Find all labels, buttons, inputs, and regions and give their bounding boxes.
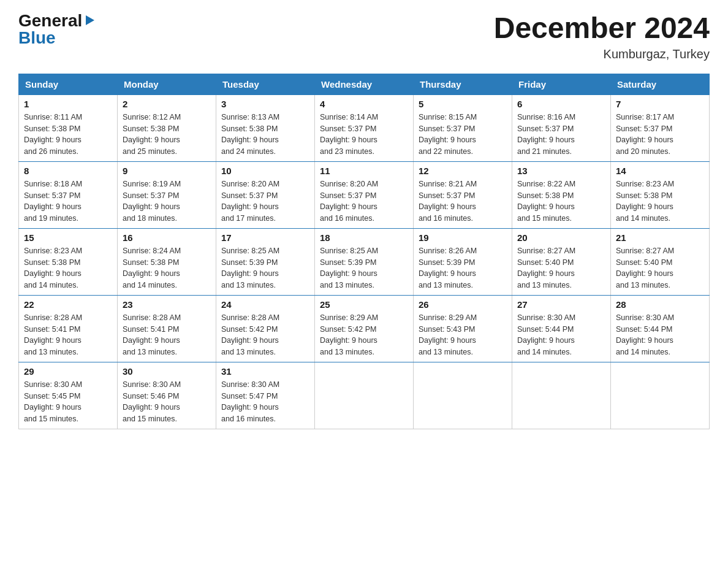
day-number: 2 <box>123 99 211 109</box>
calendar-week-row: 15 Sunrise: 8:23 AM Sunset: 5:38 PM Dayl… <box>19 228 710 295</box>
day-info: Sunrise: 8:21 AM Sunset: 5:37 PM Dayligh… <box>419 178 507 224</box>
col-monday: Monday <box>118 74 216 94</box>
table-row: 10 Sunrise: 8:20 AM Sunset: 5:37 PM Dayl… <box>216 161 315 228</box>
day-number: 9 <box>123 166 211 176</box>
col-sunday: Sunday <box>19 74 118 94</box>
day-info: Sunrise: 8:27 AM Sunset: 5:40 PM Dayligh… <box>517 245 605 291</box>
calendar-week-row: 8 Sunrise: 8:18 AM Sunset: 5:37 PM Dayli… <box>19 161 710 228</box>
calendar-header-row: Sunday Monday Tuesday Wednesday Thursday… <box>19 74 710 94</box>
logo-arrow-icon <box>83 14 96 26</box>
table-row: 27 Sunrise: 8:30 AM Sunset: 5:44 PM Dayl… <box>512 295 611 362</box>
day-number: 10 <box>221 166 309 176</box>
day-info: Sunrise: 8:27 AM Sunset: 5:40 PM Dayligh… <box>616 245 704 291</box>
day-info: Sunrise: 8:26 AM Sunset: 5:39 PM Dayligh… <box>419 245 507 291</box>
day-info: Sunrise: 8:23 AM Sunset: 5:38 PM Dayligh… <box>24 245 112 291</box>
day-info: Sunrise: 8:24 AM Sunset: 5:38 PM Dayligh… <box>123 245 211 291</box>
day-number: 25 <box>320 299 408 310</box>
day-number: 22 <box>24 299 112 310</box>
table-row: 30 Sunrise: 8:30 AM Sunset: 5:46 PM Dayl… <box>118 362 216 429</box>
calendar-week-row: 22 Sunrise: 8:28 AM Sunset: 5:41 PM Dayl… <box>19 295 710 362</box>
table-row: 4 Sunrise: 8:14 AM Sunset: 5:37 PM Dayli… <box>315 94 414 161</box>
day-number: 3 <box>221 99 309 109</box>
col-tuesday: Tuesday <box>216 74 315 94</box>
day-number: 12 <box>419 166 507 176</box>
day-info: Sunrise: 8:30 AM Sunset: 5:44 PM Dayligh… <box>517 312 605 358</box>
day-info: Sunrise: 8:22 AM Sunset: 5:38 PM Dayligh… <box>517 178 605 224</box>
day-number: 6 <box>517 99 605 109</box>
col-thursday: Thursday <box>414 74 512 94</box>
table-row: 19 Sunrise: 8:26 AM Sunset: 5:39 PM Dayl… <box>414 228 512 295</box>
day-number: 13 <box>517 166 605 176</box>
calendar-table: Sunday Monday Tuesday Wednesday Thursday… <box>18 74 710 429</box>
table-row: 18 Sunrise: 8:25 AM Sunset: 5:39 PM Dayl… <box>315 228 414 295</box>
day-info: Sunrise: 8:16 AM Sunset: 5:37 PM Dayligh… <box>517 112 605 158</box>
table-row: 9 Sunrise: 8:19 AM Sunset: 5:37 PM Dayli… <box>118 161 216 228</box>
table-row: 17 Sunrise: 8:25 AM Sunset: 5:39 PM Dayl… <box>216 228 315 295</box>
day-number: 8 <box>24 166 112 176</box>
page-header: General Blue December 2024 Kumburgaz, Tu… <box>18 12 710 61</box>
table-row: 3 Sunrise: 8:13 AM Sunset: 5:38 PM Dayli… <box>216 94 315 161</box>
day-number: 1 <box>24 99 112 109</box>
day-info: Sunrise: 8:30 AM Sunset: 5:47 PM Dayligh… <box>221 379 309 425</box>
day-number: 19 <box>419 232 507 243</box>
day-info: Sunrise: 8:19 AM Sunset: 5:37 PM Dayligh… <box>123 178 211 224</box>
day-number: 29 <box>24 366 112 377</box>
table-row: 15 Sunrise: 8:23 AM Sunset: 5:38 PM Dayl… <box>19 228 118 295</box>
table-row: 1 Sunrise: 8:11 AM Sunset: 5:38 PM Dayli… <box>19 94 118 161</box>
table-row: 26 Sunrise: 8:29 AM Sunset: 5:43 PM Dayl… <box>414 295 512 362</box>
day-info: Sunrise: 8:20 AM Sunset: 5:37 PM Dayligh… <box>320 178 408 224</box>
logo-general: General <box>18 12 82 29</box>
day-number: 24 <box>221 299 309 310</box>
day-number: 16 <box>123 232 211 243</box>
table-row <box>611 362 710 429</box>
svg-marker-0 <box>86 15 94 25</box>
day-info: Sunrise: 8:11 AM Sunset: 5:38 PM Dayligh… <box>24 112 112 158</box>
day-info: Sunrise: 8:28 AM Sunset: 5:42 PM Dayligh… <box>221 312 309 358</box>
day-info: Sunrise: 8:30 AM Sunset: 5:46 PM Dayligh… <box>123 379 211 425</box>
day-info: Sunrise: 8:18 AM Sunset: 5:37 PM Dayligh… <box>24 178 112 224</box>
table-row: 29 Sunrise: 8:30 AM Sunset: 5:45 PM Dayl… <box>19 362 118 429</box>
day-number: 15 <box>24 232 112 243</box>
day-number: 17 <box>221 232 309 243</box>
day-number: 23 <box>123 299 211 310</box>
table-row: 22 Sunrise: 8:28 AM Sunset: 5:41 PM Dayl… <box>19 295 118 362</box>
day-number: 20 <box>517 232 605 243</box>
table-row: 7 Sunrise: 8:17 AM Sunset: 5:37 PM Dayli… <box>611 94 710 161</box>
day-info: Sunrise: 8:12 AM Sunset: 5:38 PM Dayligh… <box>123 112 211 158</box>
day-info: Sunrise: 8:28 AM Sunset: 5:41 PM Dayligh… <box>24 312 112 358</box>
day-info: Sunrise: 8:30 AM Sunset: 5:44 PM Dayligh… <box>616 312 704 358</box>
col-wednesday: Wednesday <box>315 74 414 94</box>
table-row: 5 Sunrise: 8:15 AM Sunset: 5:37 PM Dayli… <box>414 94 512 161</box>
day-number: 26 <box>419 299 507 310</box>
day-info: Sunrise: 8:29 AM Sunset: 5:43 PM Dayligh… <box>419 312 507 358</box>
day-number: 31 <box>221 366 309 377</box>
logo-blue: Blue <box>18 29 56 47</box>
logo: General Blue <box>18 12 96 47</box>
day-info: Sunrise: 8:14 AM Sunset: 5:37 PM Dayligh… <box>320 112 408 158</box>
day-info: Sunrise: 8:13 AM Sunset: 5:38 PM Dayligh… <box>221 112 309 158</box>
table-row: 2 Sunrise: 8:12 AM Sunset: 5:38 PM Dayli… <box>118 94 216 161</box>
table-row: 25 Sunrise: 8:29 AM Sunset: 5:42 PM Dayl… <box>315 295 414 362</box>
day-info: Sunrise: 8:29 AM Sunset: 5:42 PM Dayligh… <box>320 312 408 358</box>
table-row: 6 Sunrise: 8:16 AM Sunset: 5:37 PM Dayli… <box>512 94 611 161</box>
table-row: 8 Sunrise: 8:18 AM Sunset: 5:37 PM Dayli… <box>19 161 118 228</box>
day-number: 28 <box>616 299 704 310</box>
table-row <box>414 362 512 429</box>
table-row: 16 Sunrise: 8:24 AM Sunset: 5:38 PM Dayl… <box>118 228 216 295</box>
calendar-week-row: 29 Sunrise: 8:30 AM Sunset: 5:45 PM Dayl… <box>19 362 710 429</box>
table-row <box>315 362 414 429</box>
day-number: 7 <box>616 99 704 109</box>
table-row: 31 Sunrise: 8:30 AM Sunset: 5:47 PM Dayl… <box>216 362 315 429</box>
table-row: 24 Sunrise: 8:28 AM Sunset: 5:42 PM Dayl… <box>216 295 315 362</box>
day-number: 30 <box>123 366 211 377</box>
day-info: Sunrise: 8:25 AM Sunset: 5:39 PM Dayligh… <box>320 245 408 291</box>
day-number: 14 <box>616 166 704 176</box>
table-row: 23 Sunrise: 8:28 AM Sunset: 5:41 PM Dayl… <box>118 295 216 362</box>
table-row: 21 Sunrise: 8:27 AM Sunset: 5:40 PM Dayl… <box>611 228 710 295</box>
day-number: 18 <box>320 232 408 243</box>
table-row: 12 Sunrise: 8:21 AM Sunset: 5:37 PM Dayl… <box>414 161 512 228</box>
col-friday: Friday <box>512 74 611 94</box>
col-saturday: Saturday <box>611 74 710 94</box>
location: Kumburgaz, Turkey <box>494 47 710 61</box>
table-row: 11 Sunrise: 8:20 AM Sunset: 5:37 PM Dayl… <box>315 161 414 228</box>
